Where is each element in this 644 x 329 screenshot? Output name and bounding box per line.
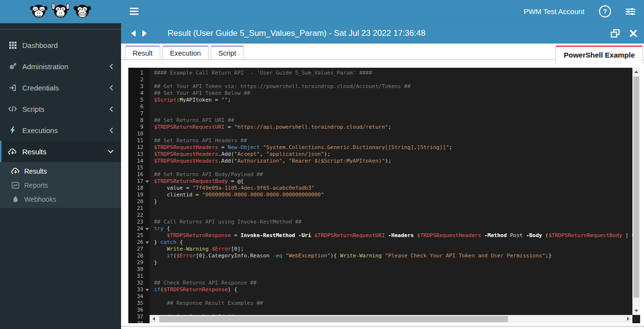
line-number: 38 — [128, 320, 150, 323]
close-icon[interactable] — [629, 30, 637, 37]
line-number: 20 — [128, 198, 150, 205]
code-line: 18 value = "7f49e09a-1105-4dec-9f65-acab… — [128, 185, 632, 192]
scroll-down-arrow-icon[interactable] — [634, 310, 638, 312]
line-number: 10 — [128, 131, 150, 137]
line-number: 32 — [128, 280, 150, 286]
sidebar-subitem-label: Webhooks — [24, 195, 56, 203]
code-line: 35 ## Response Result Examples ## — [128, 300, 632, 307]
sidebar-item-credentials[interactable]: Credentials — [0, 77, 121, 98]
code-text: ## Set Your API Token Below ## — [150, 90, 250, 97]
code-text: } catch { — [150, 239, 183, 246]
fold-caret-icon[interactable] — [145, 241, 149, 244]
sidebar-item-executions[interactable]: Executions — [0, 120, 121, 141]
code-text: $TRDPSRequestHeaders = New-Object "Syste… — [150, 144, 452, 151]
sidebar-item-dashboard[interactable]: Dashboard — [0, 34, 121, 56]
line-number: 16 — [128, 171, 150, 178]
code-line: 12$TRDPSRequestHeaders = New-Object "Sys… — [128, 144, 632, 151]
sidebar-item-label: Scripts — [22, 105, 109, 113]
code-text — [150, 104, 154, 110]
tabs-bar: ResultExecutionScript PowerShell Example — [121, 45, 644, 60]
code-line: 11## Set Returns API Headers ## — [128, 137, 632, 144]
line-number: 19 — [128, 192, 150, 198]
scrollbar-corner — [632, 315, 640, 323]
code-lines: 1#### Example Call Return API - 'User Gu… — [128, 70, 632, 323]
next-result-button[interactable] — [139, 28, 150, 39]
titlebar-actions — [611, 29, 637, 38]
code-text: $TRDPSReturnResponse = Invoke-RestMethod… — [150, 232, 632, 239]
code-text — [150, 307, 154, 314]
gears-icon — [7, 62, 18, 70]
hamburger-menu-icon[interactable] — [128, 6, 140, 17]
sidebar-subitem-results[interactable]: Results — [0, 164, 121, 178]
chevron-left-icon — [109, 63, 114, 70]
line-number: 17 — [128, 178, 150, 185]
powershell-code-editor[interactable]: 1#### Example Call Return API - 'User Gu… — [128, 68, 640, 323]
topbar-right: PWM Test Account ? — [523, 5, 635, 17]
sidebar-subitem-webhooks[interactable]: Webhooks — [0, 192, 121, 206]
line-number: 14 — [128, 158, 150, 164]
three-monkeys-logo[interactable] — [0, 0, 121, 23]
settings-sliders-icon[interactable] — [626, 8, 635, 15]
vertical-scrollbar-thumb[interactable] — [633, 76, 639, 298]
code-text: if($TRDPSReturnResponse) { — [150, 286, 237, 293]
sidebar-item-results[interactable]: Results — [0, 141, 121, 162]
code-line: 28 if($Error[0].CategoryInfo.Reason -eq … — [128, 253, 632, 259]
code-line: 25 $TRDPSReturnResponse = Invoke-RestMet… — [128, 232, 632, 239]
line-number: 1 — [128, 70, 150, 76]
restore-window-icon[interactable] — [611, 29, 620, 38]
sidebar-item-label: Credentials — [22, 84, 109, 92]
previous-result-button[interactable] — [128, 28, 139, 39]
code-text: $TRDPSReturnRequestURI = "https://api.po… — [150, 124, 391, 131]
line-number: 28 — [128, 253, 150, 259]
line-number: 30 — [128, 266, 150, 273]
code-line: 10 — [128, 131, 632, 137]
line-number: 31 — [128, 273, 150, 280]
scroll-left-arrow-icon[interactable] — [153, 317, 155, 321]
code-line: 7 — [128, 110, 632, 117]
vertical-scrollbar[interactable] — [632, 68, 640, 315]
line-number: 26 — [128, 239, 150, 246]
line-number: 13 — [128, 151, 150, 158]
code-line: 32## Check Returns API Response ## — [128, 280, 632, 286]
scroll-right-arrow-icon[interactable] — [627, 317, 629, 321]
code-line: 2 — [128, 76, 632, 83]
line-number: 15 — [128, 164, 150, 171]
code-text: $TRDPSRequestHeaders.Add("Accept", "appl… — [150, 151, 330, 158]
chevron-left-icon — [109, 127, 114, 134]
chart-line-icon — [11, 182, 20, 189]
tab-execution[interactable]: Execution — [162, 45, 209, 60]
fold-caret-icon[interactable] — [145, 289, 149, 291]
code-text: clientid = "00000000-0000-0000-0000-0000… — [150, 192, 324, 198]
code-line: 19 clientid = "00000000-0000-0000-0000-0… — [128, 192, 632, 198]
fold-caret-icon[interactable] — [145, 228, 149, 230]
line-number: 3 — [128, 83, 150, 90]
code-text: ## Response Result Examples ## — [150, 300, 263, 307]
code-line: 34 — [128, 293, 632, 300]
sidebar-item-label: Dashboard — [22, 41, 114, 49]
topbar: PWM Test Account ? — [121, 0, 644, 23]
tab-script[interactable]: Script — [211, 45, 244, 60]
horizontal-scrollbar-thumb[interactable] — [159, 316, 508, 322]
sidebar-item-administration[interactable]: Administration — [0, 56, 121, 77]
line-number: 23 — [128, 219, 150, 225]
help-icon[interactable]: ? — [599, 5, 611, 17]
sidebar-item-scripts[interactable]: Scripts — [0, 98, 121, 120]
sidebar-subitem-reports[interactable]: Reports — [0, 178, 121, 192]
scroll-up-arrow-icon[interactable] — [634, 71, 638, 73]
horizontal-scrollbar[interactable] — [150, 315, 632, 323]
line-number: 18 — [128, 185, 150, 192]
account-menu[interactable]: PWM Test Account — [523, 7, 584, 15]
code-text: $Script:MyAPItoken = ""; — [150, 97, 231, 104]
line-number: 29 — [128, 259, 150, 266]
code-line: 24try { — [128, 225, 632, 232]
line-number: 4 — [128, 90, 150, 97]
line-number: 8 — [128, 117, 150, 124]
line-number: 5 — [128, 97, 150, 104]
tab-powershell-example[interactable]: PowerShell Example — [555, 45, 643, 64]
code-text — [150, 212, 154, 219]
tab-result[interactable]: Result — [125, 45, 160, 60]
code-text — [150, 131, 154, 137]
fold-caret-icon[interactable] — [145, 180, 149, 183]
sidebar-subitem-label: Results — [24, 167, 47, 175]
result-title: Result (User Guide 5_Sum_Values_Param) -… — [168, 29, 426, 38]
